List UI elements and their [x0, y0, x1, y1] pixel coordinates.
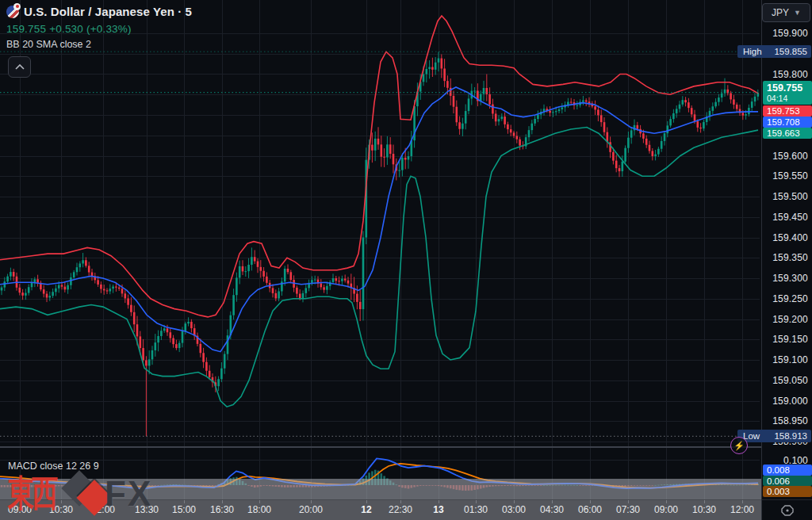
price-axis[interactable]: 159.900159.850159.800159.750159.700159.6…	[761, 0, 812, 499]
chevron-down-icon: ▼	[794, 9, 801, 17]
time-axis-tick	[103, 500, 104, 503]
collapse-legend-button[interactable]	[8, 56, 31, 78]
symbol-title[interactable]: U.S. Dollar / Japanese Yen · 5	[24, 5, 192, 18]
currency-selector-value: JPY	[772, 7, 789, 18]
time-axis-label: 12	[361, 504, 371, 515]
price-axis-label: 159.150	[762, 333, 808, 346]
time-axis-tick	[742, 500, 743, 503]
bb-basis-value-badge: 159.708	[763, 117, 812, 128]
time-axis-tick	[476, 500, 477, 503]
bb-upper-line	[0, 16, 758, 317]
chart-legend: U.S. Dollar / Japanese Yen · 5 159.755 +…	[6, 5, 192, 50]
price-axis-label: 159.300	[762, 272, 808, 285]
candles	[1, 52, 759, 436]
price-axis-label: 159.350	[762, 251, 808, 264]
time-axis-label: 15:00	[172, 504, 196, 515]
time-axis-label: 18:00	[247, 504, 271, 515]
time-axis-tick	[552, 500, 553, 503]
price-axis-label: 159.450	[762, 211, 808, 224]
time-axis-label: 16:30	[210, 504, 234, 515]
time-axis-label: 01:30	[464, 504, 488, 515]
last-price-badge: 159.75504:14	[763, 81, 812, 105]
bb-indicator-label[interactable]: BB 20 SMA close 2	[6, 39, 192, 50]
bb-upper-value-badge: 159.753	[763, 105, 812, 117]
time-axis-tick	[20, 500, 21, 503]
price-axis-label: 159.400	[762, 231, 808, 244]
chart-canvas[interactable]	[0, 0, 761, 520]
scale-settings-icon	[780, 504, 795, 517]
price-axis-label: 159.250	[762, 292, 808, 305]
price-axis-label: 159.050	[762, 374, 808, 387]
price-axis-label: 159.500	[762, 190, 808, 203]
macd-value-badge: 0.008	[763, 465, 812, 476]
lightning-boost-icon[interactable]: ⚡	[730, 437, 748, 454]
time-axis-label: 20:00	[299, 504, 323, 515]
axis-corner-cell[interactable]	[761, 499, 812, 520]
price-axis-label: 159.550	[762, 170, 808, 182]
time-axis-tick	[147, 500, 147, 503]
time-axis-label: 04:30	[540, 504, 564, 515]
price-axis-label: 159.200	[762, 313, 808, 326]
time-axis-tick	[400, 500, 401, 503]
time-axis-tick	[704, 500, 705, 503]
time-axis-tick	[311, 500, 312, 503]
time-axis-label: 07:30	[616, 504, 640, 515]
time-axis-tick	[184, 500, 185, 503]
bb-lower-value-badge: 159.663	[763, 128, 812, 139]
trading-chart-app: { "header": { "symbol_title": "U.S. Doll…	[0, 0, 812, 520]
time-axis-label: 12:00	[91, 504, 115, 515]
chevron-up-icon	[15, 64, 25, 70]
time-axis-tick	[259, 500, 260, 503]
time-axis-label: 09:00	[8, 504, 32, 515]
time-axis-tick	[439, 500, 439, 503]
price-axis-label: 159.600	[762, 150, 808, 162]
time-axis-label: 09:00	[654, 504, 678, 515]
grid	[0, 0, 760, 499]
time-axis-tick	[222, 500, 223, 503]
time-axis-tick	[590, 500, 591, 503]
bb-lower-line	[0, 128, 758, 407]
time-axis-label: 06:00	[578, 504, 602, 515]
time-axis-label: 10:30	[692, 504, 716, 515]
time-axis-label: 13:30	[135, 504, 159, 515]
session-low-badge: Low158.913	[737, 430, 811, 442]
time-axis-label: 22:30	[389, 504, 412, 515]
time-axis[interactable]: 09:0010:3012:0013:3015:0016:3018:0020:00…	[0, 499, 761, 520]
hist-value-badge: 0.006	[763, 476, 812, 486]
time-axis-label: 10:30	[49, 504, 73, 515]
price-axis-label: 159.900	[762, 27, 808, 40]
session-high-badge: High159.855	[737, 45, 811, 58]
time-axis-tick	[366, 500, 367, 503]
currency-selector[interactable]: JPY ▼	[762, 3, 810, 22]
time-axis-label: 13	[433, 504, 443, 515]
macd-indicator-label[interactable]: MACD close 12 26 9	[8, 461, 99, 472]
price-axis-label: 159.000	[762, 395, 808, 407]
usdjpy-flag-icon	[6, 6, 19, 18]
signal-value-badge: 0.003	[763, 486, 812, 497]
watermark-band	[0, 479, 761, 499]
price-axis-label: 159.100	[762, 354, 808, 366]
price-change-summary: 159.755 +0.530 (+0.33%)	[6, 23, 192, 35]
pane-divider[interactable]	[0, 446, 812, 448]
time-axis-tick	[61, 500, 62, 503]
time-axis-label: 12:00	[730, 504, 754, 515]
price-axis-label: 159.800	[762, 68, 808, 81]
time-axis-tick	[514, 500, 515, 503]
time-axis-tick	[666, 500, 667, 503]
price-axis-label: 158.950	[762, 415, 808, 427]
time-axis-tick	[628, 500, 629, 503]
time-axis-label: 03:00	[502, 504, 526, 515]
